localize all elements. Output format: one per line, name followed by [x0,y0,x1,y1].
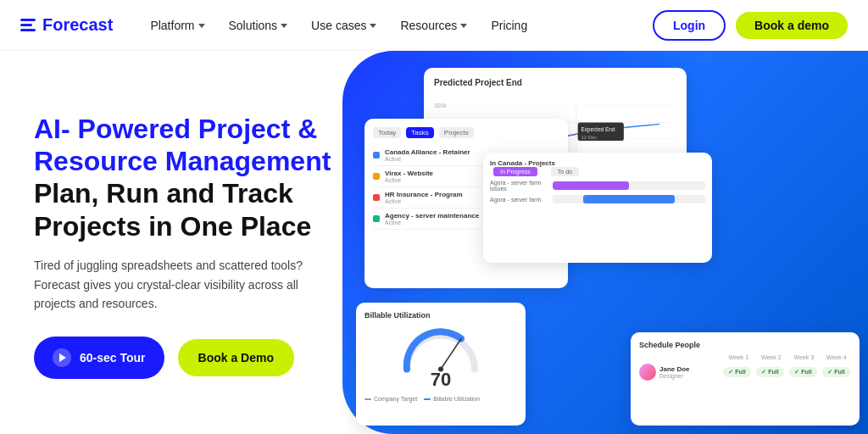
book-demo-button[interactable]: Book a Demo [178,339,294,376]
utilization-legend: Company Target Billable Utilization [364,396,517,402]
project-color [373,173,380,180]
legend-billable: Billable Utilization [424,396,480,402]
nav-links: Platform Solutions Use cases Resources P… [140,14,653,37]
tour-button[interactable]: 60-sec Tour [34,337,164,379]
avatar [639,364,656,381]
availability-badge: Full [756,367,783,377]
project-color [373,194,380,201]
gantt-row: Agora - server farm issues [490,180,705,192]
nav-actions: Login Book a demo [653,10,848,41]
utilization-title: Billable Utilization [364,311,517,320]
gantt-row: Agora - server farm [490,195,705,203]
hero-title-blue: AI- Powered Project & Resource Managemen… [34,113,346,178]
utilization-card: Billable Utilization 70 Company Target [356,303,526,426]
gantt-status-in-progress: In Progress [493,167,537,176]
schedule-title: Schedule People [639,341,851,349]
chevron-down-icon [370,24,376,28]
legend-target: Company Target [364,396,417,402]
gantt-bar [583,195,675,203]
chevron-down-icon [198,24,205,28]
tab-projects[interactable]: Projects [439,127,474,138]
hero-title-black: Plan, Run and Track Projects in One Plac… [34,177,346,242]
nav-usecases[interactable]: Use cases [301,14,387,37]
chevron-down-icon [460,24,467,28]
projects-tabs: Today Tasks Projects [373,127,559,138]
brand-logo[interactable]: Forecast [20,15,113,35]
hero-section: AI- Powered Project & Resource Managemen… [0,51,868,434]
svg-text:300k: 300k [434,103,447,108]
login-button[interactable]: Login [653,10,726,41]
availability-badge: Full [822,367,849,377]
hero-buttons: 60-sec Tour Book a Demo [34,337,346,379]
svg-text:Expected End: Expected End [581,126,615,133]
book-demo-nav-button[interactable]: Book a demo [736,12,848,39]
tab-tasks[interactable]: Tasks [406,127,433,138]
nav-resources[interactable]: Resources [390,14,477,37]
hero-subtitle: Tired of juggling spreadsheets and scatt… [34,256,322,313]
hero-content: AI- Powered Project & Resource Managemen… [0,51,373,434]
gantt-card: In Canada - Projects In Progress To do A… [483,153,712,263]
schedule-person-row: Jane Doe Designer Full Full Full Full [639,364,851,381]
availability-badge: Full [723,367,750,377]
nav-pricing[interactable]: Pricing [481,14,537,37]
brand-name: Forecast [42,15,113,35]
project-color [373,215,380,222]
gauge: 70 [364,325,517,389]
schedule-card: Schedule People Week 1 Week 2 Week 3 Wee… [631,332,860,426]
logo-icon [20,19,36,31]
hero-dashboard: Predicted Project End 300k 250k 200k 150… [373,51,868,434]
navbar: Forecast Platform Solutions Use cases Re… [0,0,868,51]
svg-line-18 [441,339,461,370]
forecast-chart-title: Predicted Project End [434,78,676,87]
gantt-title: In Canada - Projects [490,159,705,167]
nav-solutions[interactable]: Solutions [219,14,298,37]
chevron-down-icon [281,24,287,28]
gantt-status-todo: To do [551,167,579,176]
tab-today[interactable]: Today [373,127,401,138]
svg-text:12 Dec: 12 Dec [581,135,598,140]
gantt-bar [553,181,629,190]
nav-platform[interactable]: Platform [140,14,214,37]
schedule-cells: Full Full Full Full [722,367,851,377]
play-icon [53,348,71,367]
availability-badge: Full [789,367,816,377]
project-color [373,152,380,159]
schedule-weeks-header: Week 1 Week 2 Week 3 Week 4 [639,354,851,360]
gauge-value: 70 [431,370,451,389]
gauge-chart [398,325,483,376]
